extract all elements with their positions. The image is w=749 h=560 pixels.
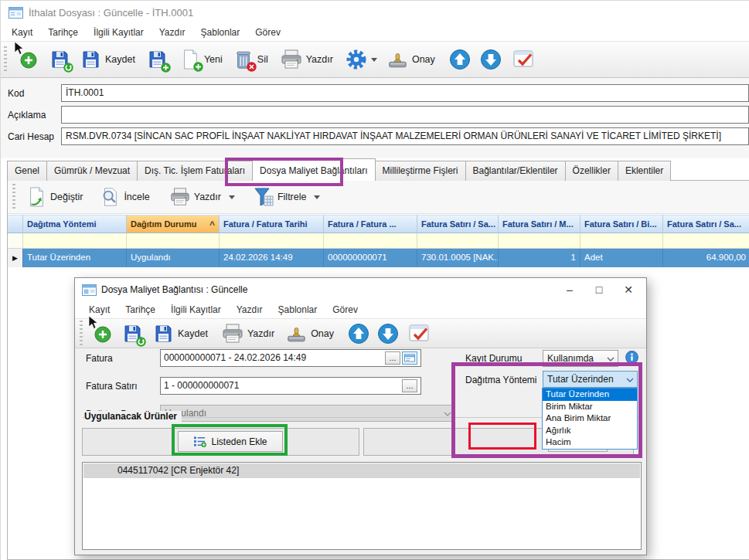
menu-ilgili-kayitlar[interactable]: İlgili Kayıtlar xyxy=(86,25,152,39)
dialog-approve-button[interactable]: Onay xyxy=(285,323,334,344)
fatura-satiri-label: Fatura Satırı xyxy=(86,381,138,392)
tab-gumruk-mevzuat[interactable]: Gümrük / Mevzuat xyxy=(46,161,138,181)
inspect-row-label: İncele xyxy=(124,192,149,202)
new-record-button[interactable] xyxy=(19,50,38,69)
filter-cell[interactable] xyxy=(580,233,663,249)
grid-header-fatura[interactable]: Fatura / Fatura ... xyxy=(324,215,417,233)
tab-eklentiler[interactable]: Eklentiler xyxy=(618,161,671,181)
filter-cell[interactable] xyxy=(23,233,127,249)
menu-gorev[interactable]: Görev xyxy=(247,25,288,39)
save-refresh-button[interactable] xyxy=(49,49,70,70)
cell-fatura-no[interactable]: 000000000071 xyxy=(324,249,417,267)
fatura-picker-icon[interactable] xyxy=(402,351,417,365)
tab-genel[interactable]: Genel xyxy=(7,161,47,181)
save-new-button[interactable] xyxy=(146,49,168,70)
dialog-move-up-button[interactable] xyxy=(348,323,369,344)
arrow-up-circle-icon xyxy=(449,49,471,70)
dialog-window-icon xyxy=(82,284,97,296)
minimize-button[interactable]: – xyxy=(555,278,584,301)
products-list[interactable]: 0445117042 [CR Enjektör 42] xyxy=(82,462,642,550)
fatura-satiri-browse-button[interactable]: ... xyxy=(402,379,417,392)
menu-yazdir[interactable]: Yazdır xyxy=(152,25,193,39)
grid-header-dagitma-yontemi[interactable]: Dağıtma Yöntemi xyxy=(23,215,127,233)
cari-hesap-input[interactable]: RSM.DVR.0734 [SİNCAN SAC PROFİL İNŞAAT N… xyxy=(61,127,749,145)
print-button-label: Yazdır xyxy=(306,54,333,65)
dialog-new-record-button[interactable] xyxy=(94,324,112,343)
maximize-button[interactable]: □ xyxy=(584,278,614,301)
grid-header-fatura-satiri-sa2[interactable]: Fatura Satırı / Sa... xyxy=(663,215,749,233)
grid-header-fatura-satiri-m[interactable]: Fatura Satırı / M... xyxy=(499,215,580,233)
print-button[interactable]: Yazdır xyxy=(281,49,333,70)
cell-dagitma-yontemi[interactable]: Tutar Üzerinden xyxy=(23,249,127,267)
application-window: İthalat Dosyası : Güncelle - İTH.0001 Ka… xyxy=(0,0,749,560)
settings-dropdown-caret[interactable] xyxy=(371,58,377,62)
move-up-button[interactable] xyxy=(449,49,471,70)
filter-cell[interactable] xyxy=(324,233,417,249)
delete-button[interactable]: Sil xyxy=(233,49,268,70)
product-list-item[interactable]: 0445117042 [CR Enjektör 42] xyxy=(83,463,640,478)
grid-header-fatura-satiri-sa[interactable]: Fatura Satırı / Sa... xyxy=(417,215,499,233)
fatura-satiri-input[interactable]: 1 - 000000000071 ... xyxy=(160,377,421,395)
confirm-button[interactable] xyxy=(512,49,534,70)
approve-button[interactable]: Onay xyxy=(386,49,435,70)
window-icon xyxy=(9,7,23,19)
window-check-icon xyxy=(512,49,534,70)
close-button[interactable]: ✕ xyxy=(614,278,643,301)
magnifier-icon xyxy=(100,187,120,207)
filter-button[interactable]: Filtrele xyxy=(254,187,321,207)
aciklama-input[interactable] xyxy=(61,106,749,124)
fatura-browse-button[interactable]: ... xyxy=(385,351,400,365)
dialog-menu-ilgili-kayitlar[interactable]: İlgili Kayıtlar xyxy=(163,303,229,317)
dialog-menu-gorev[interactable]: Görev xyxy=(325,303,366,317)
edit-row-button[interactable]: Değiştir xyxy=(26,187,83,207)
dialog-save-label: Kaydet xyxy=(178,328,208,339)
inspect-row-button[interactable]: İncele xyxy=(100,187,149,207)
dialog-save-button[interactable]: Kaydet xyxy=(152,323,208,344)
filter-cell[interactable] xyxy=(220,233,324,249)
arrow-down-circle-icon xyxy=(480,49,502,70)
filter-cell[interactable] xyxy=(663,233,749,249)
grid-header-marker xyxy=(8,215,23,233)
dialog-move-down-button[interactable] xyxy=(377,323,399,344)
filter-cell[interactable] xyxy=(417,233,499,249)
cell-dagitim-durumu[interactable]: Uygulandı xyxy=(127,249,220,267)
dialog-save-refresh-button[interactable] xyxy=(121,323,143,344)
menu-kayit[interactable]: Kayıt xyxy=(4,25,40,39)
cell-tutar[interactable]: 64.900,00 xyxy=(663,249,749,267)
settings-button[interactable] xyxy=(346,49,377,70)
dialog-menu-sablonlar[interactable]: Şablonlar xyxy=(271,303,325,317)
dialog-toolbar-grip xyxy=(80,321,83,347)
filter-cell[interactable] xyxy=(499,233,580,249)
kod-input[interactable]: İTH.0001 xyxy=(61,84,749,102)
grid-header-dagitim-durumu[interactable]: Dağıtım Durumu^ xyxy=(127,215,220,233)
tab-millilestirme-fisleri[interactable]: Millileştirme Fişleri xyxy=(375,161,466,181)
dialog-title: Dosya Maliyet Bağlantısı : Güncelle xyxy=(101,284,247,295)
gear-icon xyxy=(346,49,367,70)
dialog-menu-tarihce[interactable]: Tarihçe xyxy=(117,303,163,317)
new-button[interactable]: Yeni xyxy=(180,49,223,70)
menu-tarihce[interactable]: Tarihçe xyxy=(40,25,86,39)
grid-header-fatura-tarihi[interactable]: Fatura / Fatura Tarihi xyxy=(220,215,324,233)
cell-miktar[interactable]: 1 xyxy=(499,249,580,267)
dagitim-durumu-combo: Uygulandı xyxy=(160,405,455,422)
grid-print-button[interactable]: Yazdır xyxy=(170,187,235,207)
printer-icon xyxy=(281,49,302,70)
fatura-input[interactable]: 000000000071 - 24.02.2026 14:49 ... xyxy=(160,349,421,367)
dialog-confirm-button[interactable] xyxy=(408,323,430,344)
cell-birim[interactable]: Adet xyxy=(580,249,663,267)
cell-fatura-satiri[interactable]: 730.01.0005 [NAK... xyxy=(417,249,499,267)
tab-baglantilar-eklentiler[interactable]: Bağlantılar/Eklentiler xyxy=(465,161,566,181)
filter-caret[interactable] xyxy=(314,195,320,199)
grid-print-caret[interactable] xyxy=(229,195,235,199)
menu-sablonlar[interactable]: Şablonlar xyxy=(193,25,248,39)
save-plus-icon xyxy=(146,49,168,70)
grid-header-fatura-satiri-bi[interactable]: Fatura Satırı / Bi... xyxy=(580,215,663,233)
filter-cell[interactable] xyxy=(127,233,220,249)
grid-selected-row[interactable]: ▶ Tutar Üzerinden Uygulandı 24.02.2026 1… xyxy=(8,249,749,267)
save-button[interactable]: Kaydet xyxy=(80,49,135,70)
move-down-button[interactable] xyxy=(480,49,502,70)
dialog-menu-yazdir[interactable]: Yazdır xyxy=(229,303,271,317)
dialog-print-button[interactable]: Yazdır xyxy=(222,323,274,344)
tab-ozellikler[interactable]: Özellikler xyxy=(565,161,618,181)
cell-fatura-tarihi[interactable]: 24.02.2026 14:49 xyxy=(220,249,324,267)
